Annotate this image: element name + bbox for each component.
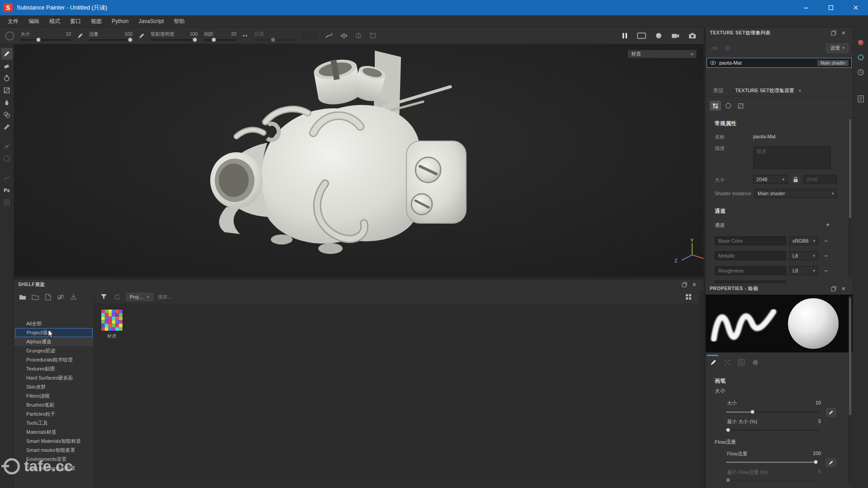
- symmetry-icon[interactable]: [340, 32, 348, 39]
- polygon-fill-tool[interactable]: [1, 84, 13, 96]
- properties-scrollbar[interactable]: [849, 296, 852, 485]
- log-icon[interactable]: [856, 94, 866, 104]
- channel-name-roughness[interactable]: Roughness: [715, 266, 786, 275]
- filter-funnel-icon[interactable]: [99, 292, 108, 301]
- shelf-category[interactable]: Smart masks智能遮罩: [14, 446, 94, 455]
- min-flow-slider[interactable]: [726, 480, 819, 481]
- shelf-resource-material[interactable]: 材质: [101, 309, 123, 339]
- new-folder-icon[interactable]: [31, 292, 40, 301]
- file-icon[interactable]: [43, 292, 52, 301]
- model-3d[interactable]: [14, 44, 703, 277]
- paint-tool[interactable]: [1, 48, 13, 60]
- render-mode-icon[interactable]: [655, 32, 662, 39]
- radial-symmetry-icon[interactable]: [355, 32, 362, 39]
- opacity-slider[interactable]: [151, 39, 198, 41]
- shelf-category[interactable]: Hard Surfaces硬表面: [14, 373, 94, 382]
- particles-tool[interactable]: [1, 141, 13, 152]
- minimize-button[interactable]: [793, 0, 818, 15]
- channel-format-select[interactable]: L8 ▾: [789, 251, 818, 260]
- camera-video-icon[interactable]: [671, 33, 679, 39]
- close-panel-icon[interactable]: ×: [689, 281, 699, 289]
- tab-texture-set-settings[interactable]: TEXTURE SET纹理集设置 ×: [735, 87, 802, 94]
- channel-name-metallic[interactable]: Metallic: [715, 251, 786, 260]
- eraser-tool[interactable]: [1, 60, 13, 72]
- hide-resources-icon[interactable]: [56, 292, 65, 301]
- shelf-category[interactable]: Skin皮肤: [14, 382, 94, 391]
- menu-edit[interactable]: 编辑: [24, 15, 44, 27]
- size-falloff-button[interactable]: [75, 30, 85, 41]
- channel-format-select[interactable]: sRGB8 ▾: [789, 236, 818, 245]
- flow-falloff-button[interactable]: [136, 30, 146, 41]
- shelf-category[interactable]: Filters滤镜: [14, 391, 94, 400]
- texture-set-item[interactable]: paota-Mat Main shader: [707, 58, 852, 68]
- maximize-button[interactable]: [818, 0, 843, 15]
- shelf-category[interactable]: Textures贴图: [14, 364, 94, 373]
- float-panel-icon[interactable]: [829, 285, 839, 293]
- material-picker-tool[interactable]: [1, 121, 13, 133]
- link-sets-icon[interactable]: [710, 43, 719, 52]
- viewport-display-icon[interactable]: [637, 33, 646, 39]
- close-icon[interactable]: ×: [147, 294, 150, 300]
- particles-settings-icon[interactable]: [722, 357, 733, 367]
- viewport-3d[interactable]: 材质 ▾ Y X Z: [14, 44, 703, 277]
- float-panel-icon[interactable]: [679, 281, 689, 289]
- material-settings-icon[interactable]: [750, 357, 761, 367]
- channel-format-select[interactable]: L8 ▾: [789, 266, 818, 275]
- photoshop-plugin-icon[interactable]: Ps: [1, 184, 13, 196]
- brush-size-slider[interactable]: [20, 39, 71, 41]
- menu-help[interactable]: 帮助: [169, 15, 189, 27]
- lock-size-button[interactable]: [791, 175, 801, 184]
- import-resources-icon[interactable]: [69, 292, 78, 301]
- shelf-category[interactable]: Tools工具: [14, 418, 94, 427]
- shader-settings-icon[interactable]: [856, 52, 866, 62]
- distance-slider[interactable]: [255, 39, 296, 41]
- shader-instance-select[interactable]: Main shader ▾: [755, 189, 837, 198]
- flow-slider[interactable]: [89, 39, 132, 41]
- uv-view-icon[interactable]: [735, 101, 746, 111]
- remove-channel-button[interactable]: −: [821, 236, 830, 245]
- size-pressure-pen-button[interactable]: [826, 408, 836, 417]
- tab-layers[interactable]: 图层: [713, 87, 723, 94]
- size-select[interactable]: 2048 ▾: [753, 175, 788, 184]
- viewport-material-dropdown[interactable]: 材质 ▾: [627, 50, 697, 58]
- screenshot-camera-icon[interactable]: [689, 33, 696, 39]
- pause-engine-icon[interactable]: [622, 33, 628, 39]
- shelf-search-input[interactable]: [158, 294, 266, 300]
- remove-channel-button[interactable]: −: [821, 251, 830, 260]
- shelf-category[interactable]: All全部: [14, 319, 94, 328]
- close-panel-icon[interactable]: ×: [839, 285, 849, 293]
- filter-tab-project[interactable]: Proj… ×: [126, 293, 153, 301]
- grid-view-icon[interactable]: [684, 292, 693, 301]
- menu-window[interactable]: 窗口: [65, 15, 86, 27]
- mesh-view-icon[interactable]: [722, 101, 734, 111]
- menu-python[interactable]: Python: [107, 15, 133, 27]
- settings-scrollbar[interactable]: [849, 118, 852, 279]
- shelf-category[interactable]: Smart Materials智能材质: [14, 436, 94, 446]
- spacing-slider[interactable]: [204, 39, 236, 41]
- display-settings-icon[interactable]: [856, 38, 866, 47]
- menu-view[interactable]: 视图: [86, 15, 107, 27]
- float-panel-icon[interactable]: [829, 29, 839, 37]
- visibility-icon[interactable]: [723, 43, 732, 52]
- shelf-category[interactable]: Procedurals程序纹理: [14, 355, 94, 364]
- settings-dropdown-button[interactable]: 设置 ▾: [826, 43, 849, 53]
- flow-pressure-pen-button[interactable]: [826, 458, 836, 467]
- lazy-mouse-icon[interactable]: [325, 32, 333, 39]
- flow-slider[interactable]: [726, 462, 819, 463]
- distance-value-box[interactable]: [302, 32, 317, 39]
- close-panel-icon[interactable]: ×: [839, 29, 849, 37]
- brush-settings-icon[interactable]: [708, 357, 719, 367]
- smudge-tool[interactable]: [1, 97, 13, 108]
- shelf-category[interactable]: Grunges脏迹: [14, 346, 94, 355]
- shelf-scrollbar[interactable]: [699, 290, 703, 488]
- eye-icon[interactable]: [710, 61, 716, 65]
- close-tab-icon[interactable]: ×: [798, 88, 802, 94]
- remove-channel-button[interactable]: −: [821, 266, 830, 275]
- resource-updater-icon[interactable]: [1, 197, 13, 208]
- min-size-slider[interactable]: [726, 430, 819, 431]
- transform-icon[interactable]: [369, 32, 377, 39]
- channel-name-base-color[interactable]: Base Color: [715, 236, 786, 245]
- spacing-dots-icon[interactable]: [240, 30, 250, 41]
- stencil-settings-icon[interactable]: [736, 357, 747, 367]
- shelf-category[interactable]: Materials材质: [14, 427, 94, 436]
